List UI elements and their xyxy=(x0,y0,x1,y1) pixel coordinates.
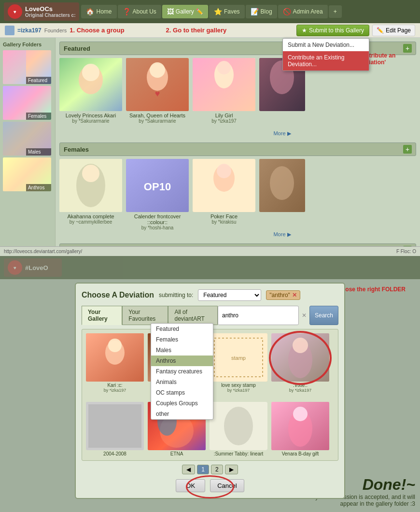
next-page-button[interactable]: ▶ xyxy=(225,465,238,474)
anthro-close-icon[interactable]: ✕ xyxy=(292,292,297,299)
kari-title: Kari :c: xyxy=(86,383,144,388)
tab-your-gallery[interactable]: Your Gallery xyxy=(82,306,122,325)
art-lily-image xyxy=(193,58,255,111)
pagination: ◀ 1 2 ▶ xyxy=(82,465,338,474)
folder-select-dropdown[interactable]: Featured Females Males Anthros Fantasy c… xyxy=(198,289,261,301)
folder-option-couples[interactable]: Couples Groups xyxy=(151,398,213,409)
nav-items: 🏠Home ❓About Us 🖼Gallery ✏️ ⭐Faves 📝Blog… xyxy=(81,5,416,18)
nav-item-gallery[interactable]: 🖼Gallery ✏️ xyxy=(162,5,208,18)
poker-title: Poker Face xyxy=(193,213,255,219)
page-1-button[interactable]: 1 xyxy=(197,465,209,474)
modal-thumb-kari[interactable]: Kari :c: by *izka197 xyxy=(86,333,144,398)
modal-footer: OK Cancel xyxy=(82,479,338,492)
page-2-button[interactable]: 2 xyxy=(211,465,223,474)
sidebar-thumb-featured: Featured xyxy=(3,50,51,84)
akahanna-title: Akahanna complete xyxy=(59,213,122,219)
folder-option-fantasy[interactable]: Fantasy creatures xyxy=(151,366,213,377)
art2004-title: 2004-2008 xyxy=(86,451,144,456)
females-more[interactable]: More ▶ xyxy=(259,159,305,238)
sidebar-item-males[interactable]: Males xyxy=(3,122,52,156)
svg-point-19 xyxy=(217,164,231,178)
thumb-lily[interactable]: Lily Girl by *izka197 xyxy=(193,58,255,124)
art-tabby-image xyxy=(210,402,267,450)
search-button[interactable]: Search xyxy=(309,306,338,325)
thumb-calender[interactable]: OP10 Calender frontcover ::colour:: by *… xyxy=(126,159,189,230)
sidebar-item-anthros[interactable]: Anthros xyxy=(3,157,52,191)
thumb-akari[interactable]: Lovely Princess Akari by *Sakurarmarie xyxy=(59,58,122,124)
calender-title: Calender frontcover ::colour:: xyxy=(126,213,189,225)
tab-all-deviantart[interactable]: All of deviantART xyxy=(168,306,218,325)
username[interactable]: =izka197 xyxy=(17,27,42,34)
sidebar: Gallery Folders Featured Females Males xyxy=(0,38,56,255)
sarah-title: Sarah, Queen of Hearts xyxy=(126,113,189,118)
modal-thumb-tabby[interactable]: :Summer Tabby: lineart xyxy=(210,402,267,456)
art-akari-image xyxy=(59,58,122,111)
art-sarah-image: ♥ xyxy=(126,58,189,111)
svg-point-21 xyxy=(270,166,294,200)
prev-page-button[interactable]: ◀ xyxy=(182,465,195,474)
females-add-button[interactable]: + xyxy=(403,145,412,154)
svg-point-14 xyxy=(82,165,99,182)
folder-option-stamps[interactable]: OC stamps xyxy=(151,387,213,398)
females-more-link[interactable]: More ▶ xyxy=(259,231,305,238)
folder-option-other[interactable]: other xyxy=(151,409,213,419)
submit-new-deviation-option[interactable]: Submit a New Deviation... xyxy=(283,39,369,51)
thumb-poker[interactable]: Poker Face by *kirakisu xyxy=(193,159,255,225)
art-more2-image xyxy=(259,159,305,212)
thumb-akahanna[interactable]: Akahanna complete by ~cammykillerbee xyxy=(59,159,122,225)
art-poker-image xyxy=(193,159,255,212)
nav-item-admin[interactable]: 🚫Admin Area xyxy=(278,5,328,18)
modal-thumb-2004[interactable]: 2004-2008 xyxy=(86,402,144,456)
group-logo[interactable]: ♥ LoveOCs Original Characters c: xyxy=(4,2,79,21)
males-label: Males xyxy=(26,148,51,156)
featured-more-link[interactable]: More ▶ xyxy=(259,130,305,137)
nav-item-faves[interactable]: ⭐Faves xyxy=(209,5,245,18)
folder-option-males[interactable]: Males xyxy=(151,345,213,356)
modal-thumb-vixie[interactable]: :Vixie:. by *izka197 xyxy=(271,333,329,393)
ok-button[interactable]: OK xyxy=(176,479,205,492)
calender-by: by *hoshi-hana xyxy=(126,225,189,230)
submit-to-gallery-button[interactable]: ★Submit to this Gallery xyxy=(296,25,369,36)
females-label: Females xyxy=(26,113,51,120)
folder-option-females[interactable]: Females xyxy=(151,334,213,345)
stamp-by: by *izka197 xyxy=(210,388,267,393)
svg-point-9 xyxy=(217,61,231,74)
featured-label: Featured xyxy=(26,77,51,84)
nav-item-blog[interactable]: 📝Blog xyxy=(246,5,277,18)
art-akahanna-image xyxy=(59,159,122,212)
sidebar-thumb-males: Males xyxy=(3,122,51,156)
sidebar-thumb-females: Females xyxy=(3,86,51,120)
tab-your-favourites[interactable]: Your Favourites xyxy=(122,306,168,325)
sidebar-item-featured[interactable]: Featured xyxy=(3,50,52,84)
contribute-existing-option[interactable]: Contribute an Existing Deviation... xyxy=(283,51,369,71)
search-input[interactable] xyxy=(218,306,299,325)
svg-point-24 xyxy=(108,339,122,352)
modal-thumb-stamp[interactable]: stamp love sexy stamp by *izka197 xyxy=(210,333,267,398)
art-2004-image xyxy=(86,402,144,450)
bottom-section: ♥ #LoveO Choose A Deviation submitting t… xyxy=(0,256,420,512)
user-bar: =izka197 Founders 1. Choose a group 2. G… xyxy=(0,23,420,38)
gallery-section-females: Females + Akahanna complete by xyxy=(59,142,416,238)
folder-option-featured[interactable]: Featured xyxy=(151,324,213,334)
modal-thumb-venara[interactable]: Venara B-day gift xyxy=(271,402,329,456)
featured-add-button[interactable]: + xyxy=(403,44,412,53)
nav-item-plus[interactable]: + xyxy=(329,5,342,18)
folder-option-animals[interactable]: Animals xyxy=(151,377,213,387)
art-vixie-image xyxy=(271,333,329,382)
modal-dialog: Choose A Deviation submitting to: Featur… xyxy=(75,283,345,499)
poker-by: by *kirakisu xyxy=(193,219,255,225)
sarah-by: by *Sakurarmarie xyxy=(126,118,189,124)
folder-option-anthros[interactable]: Anthros xyxy=(151,356,213,366)
females-thumbs-row: Akahanna complete by ~cammykillerbee OP1… xyxy=(59,159,416,238)
search-clear-icon[interactable]: ✕ xyxy=(302,312,307,319)
sidebar-item-females[interactable]: Females xyxy=(3,86,52,120)
cancel-button[interactable]: Cancel xyxy=(210,479,244,492)
nav-item-about[interactable]: ❓About Us xyxy=(118,5,161,18)
lily-by: by *izka197 xyxy=(193,118,255,124)
thumb-sarah[interactable]: ♥ Sarah, Queen of Hearts by *Sakurarmari… xyxy=(126,58,189,124)
nav-item-home[interactable]: 🏠Home xyxy=(81,5,116,18)
modal-overlay: Choose A Deviation submitting to: Featur… xyxy=(0,256,420,512)
svg-point-42 xyxy=(293,407,308,421)
edit-page-button[interactable]: ✏️ Edit Page xyxy=(372,25,415,36)
tabby-title: :Summer Tabby: lineart xyxy=(210,451,267,456)
